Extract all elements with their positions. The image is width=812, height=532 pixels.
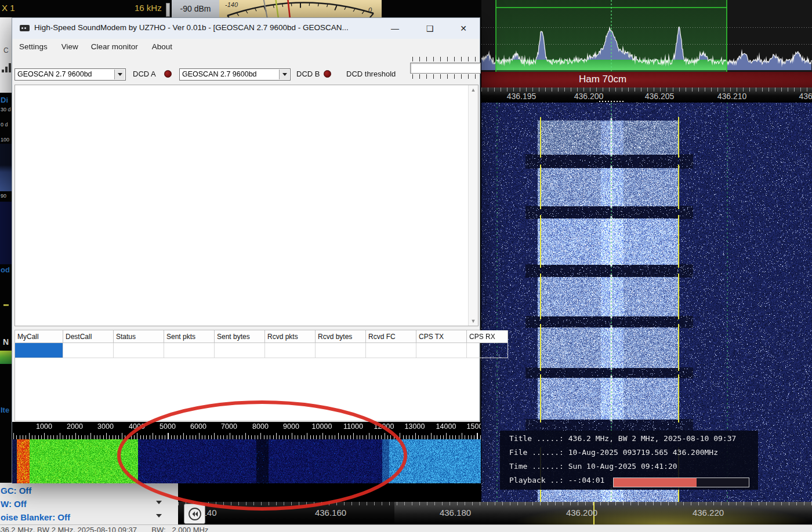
db-axis-label: 0 d: [1, 122, 8, 127]
zoom-slider-handle[interactable]: [166, 3, 170, 17]
scale-label: 436.200: [566, 508, 597, 518]
dcd-b-label: DCD B: [296, 70, 320, 78]
scale-label: 10000: [312, 422, 332, 431]
chevron-down-icon[interactable]: [156, 501, 162, 504]
close-button[interactable]: ✕: [451, 18, 476, 39]
scale-label: 436.160: [315, 508, 346, 518]
menu-item-clear-monitor[interactable]: Clear monitor: [91, 42, 138, 51]
scale-label: 5000: [160, 422, 176, 431]
scale-label: 12000: [374, 422, 394, 431]
dcd-a-lamp-icon: [164, 70, 172, 78]
table-cell[interactable]: [114, 343, 164, 358]
scale-label: 436.2: [799, 92, 812, 101]
column-header[interactable]: CPS RX: [467, 330, 508, 343]
panel-fragment: [0, 17, 12, 93]
modem-spectrum-scale: 1000200030004000500060007000800090001000…: [12, 422, 481, 439]
modem-app-icon: [20, 25, 30, 31]
panel-text-fragment: od: [1, 265, 10, 274]
table-cell[interactable]: [316, 343, 366, 358]
mini-waterfall-fragment: [0, 202, 12, 264]
dropdown-arrow-icon[interactable]: [114, 70, 125, 79]
chevron-down-icon[interactable]: [156, 514, 162, 518]
monitor-area[interactable]: ▲ ▼: [14, 85, 478, 326]
scale-label: 9000: [283, 422, 299, 431]
menu-item-settings[interactable]: Settings: [19, 42, 48, 51]
sdr-status-bar: 436.2 MHz, BW 2 MHz, 2025-08-10 09:37 BW…: [0, 524, 812, 532]
sdr-bottom-frequency-scale[interactable]: 140436.160436.180436.200436.220: [178, 502, 812, 524]
panel-text-fragment: Di: [1, 96, 8, 104]
panel-item-label: oise Blanker: Off: [1, 512, 70, 522]
modem-waterfall-display[interactable]: [12, 439, 481, 483]
scale-label: 2000: [67, 422, 83, 431]
dcd-threshold-slider[interactable]: [410, 63, 481, 74]
modem-b-value: GEOSCAN 2.7 9600bd: [182, 70, 257, 78]
db-axis-label: 100: [1, 137, 9, 143]
column-header[interactable]: CPS TX: [416, 330, 467, 343]
menu-item-about[interactable]: About: [152, 42, 172, 51]
modem-a-value: GEOSCAN 2.7 9600bd: [17, 70, 92, 78]
sdr-frequency-scale[interactable]: 436.195436.200436.205436.210436.2: [481, 88, 812, 103]
table-cell[interactable]: [215, 343, 265, 358]
monitor-scrollbar[interactable]: ▲ ▼: [468, 85, 478, 326]
column-header[interactable]: Sent pkts: [164, 330, 215, 343]
scroll-down-icon[interactable]: ▼: [469, 316, 478, 326]
menu-item-view[interactable]: View: [61, 42, 78, 51]
screen: X 1 16 kHz -90 dBm -140 0 C Di 30 d 0 d …: [0, 0, 812, 532]
titlebar[interactable]: High-Speed SoundModem by UZ7HO - Ver 0.0…: [12, 18, 480, 39]
column-header[interactable]: Status: [114, 330, 164, 343]
scale-label: 436.200: [574, 92, 604, 101]
mini-spectrum-color-fragment: [0, 351, 12, 364]
scale-label: 436.205: [645, 92, 675, 101]
signal-bars-icon: [5, 67, 8, 72]
scale-label: 14000: [436, 422, 456, 431]
scale-label: 436.220: [693, 508, 724, 518]
status-text: 436.2 MHz, BW 2 MHz, 2025-08-10 09:37 BW…: [0, 526, 208, 532]
dropdown-arrow-icon[interactable]: [279, 70, 289, 79]
table-cell[interactable]: [15, 343, 63, 358]
table-cell[interactable]: [265, 343, 316, 358]
table-cell[interactable]: [467, 343, 508, 358]
minimize-button[interactable]: —: [382, 18, 408, 39]
scale-label: 6000: [190, 422, 206, 431]
column-header[interactable]: Rcvd FC: [366, 330, 416, 343]
connections-table: MyCallDestCallStatusSent pktsSent bytesR…: [14, 330, 480, 421]
scale-label: 8000: [252, 422, 269, 431]
scale-ticks: [13, 433, 481, 439]
column-header[interactable]: DestCall: [63, 330, 114, 343]
db-axis-label: 90: [1, 193, 6, 199]
column-header[interactable]: MyCall: [15, 330, 63, 343]
scale-label: 3000: [97, 422, 114, 431]
threshold-ticks: [412, 74, 480, 79]
column-header[interactable]: Sent bytes: [215, 330, 265, 343]
scale-ticks: [481, 88, 812, 92]
scale-label: 436.210: [717, 92, 747, 101]
table-cell[interactable]: [63, 343, 114, 358]
rewind-button[interactable]: [184, 504, 205, 524]
scroll-up-icon[interactable]: ▲: [469, 85, 478, 94]
panel-item[interactable]: oise Blanker: Off: [0, 511, 178, 524]
table-cell[interactable]: [416, 343, 467, 358]
sdr-left-panel-sliver: C Di 30 d 0 d 100 90 od N Ite: [0, 17, 12, 532]
table-cell[interactable]: [366, 343, 416, 358]
panel-item[interactable]: W: Off: [0, 497, 178, 511]
panel-text-fragment: C: [3, 46, 9, 54]
scale-label: 13000: [405, 422, 425, 431]
window-title: High-Speed SoundModem by UZ7HO - Ver 0.0…: [34, 23, 349, 32]
column-header[interactable]: Rcvd pkts: [265, 330, 316, 343]
modem-b-select[interactable]: GEOSCAN 2.7 9600bd: [179, 68, 291, 81]
playback-progress-fill: [614, 478, 697, 487]
db-axis-label: 30 d: [1, 107, 11, 112]
panel-item-label: W: Off: [1, 499, 27, 509]
maximize-button[interactable]: ❑: [417, 18, 443, 39]
table-cell[interactable]: [164, 343, 215, 358]
dcd-b-lamp-icon: [324, 70, 331, 78]
threshold-ticks: [412, 57, 480, 61]
sdr-spectrum-display[interactable]: [481, 0, 812, 72]
modem-a-select[interactable]: GEOSCAN 2.7 9600bd: [14, 68, 126, 81]
info-line: Title .....: 436.2 MHz, BW 2 MHz, 2025-0…: [509, 434, 736, 443]
panel-item[interactable]: GC: Off: [0, 484, 178, 498]
column-header[interactable]: Rcvd bytes: [316, 330, 366, 343]
power-readout: -90 dBm: [172, 0, 219, 17]
playback-progress-bar[interactable]: [613, 478, 749, 487]
sdr-top-bar: X 1 16 kHz -90 dBm -140 0: [0, 0, 481, 17]
